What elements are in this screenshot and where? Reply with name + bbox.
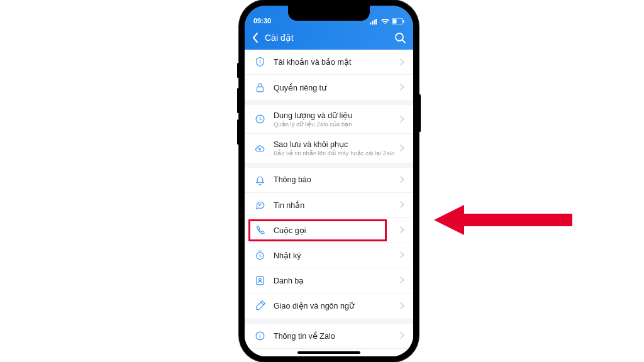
svg-rect-6 bbox=[403, 20, 404, 23]
cloud-icon bbox=[253, 143, 266, 154]
brush-icon bbox=[253, 300, 266, 311]
lock-icon bbox=[253, 82, 266, 93]
phone-side-button bbox=[237, 88, 239, 113]
settings-row[interactable]: Dung lượng và dữ liệuQuản lý dữ liệu Zal… bbox=[245, 105, 413, 134]
clock-icon bbox=[253, 114, 266, 124]
chevron-right-icon bbox=[400, 330, 404, 341]
settings-group: Dung lượng và dữ liệuQuản lý dữ liệu Zal… bbox=[245, 105, 413, 163]
svg-line-8 bbox=[402, 40, 405, 43]
settings-group: Tài khoản và bảo mậtQuyền riêng tư bbox=[245, 50, 413, 100]
chevron-right-icon bbox=[400, 57, 404, 68]
shield-icon bbox=[253, 57, 266, 67]
row-text: Thông báo bbox=[274, 175, 396, 184]
chevron-right-icon bbox=[400, 143, 404, 154]
svg-point-15 bbox=[258, 278, 261, 281]
row-label: Giao diện và ngôn ngữ bbox=[274, 301, 396, 310]
chevron-right-icon bbox=[400, 275, 404, 286]
row-label: Dung lượng và dữ liệu bbox=[274, 111, 396, 120]
settings-row[interactable]: Nhật ký bbox=[245, 243, 413, 268]
phone-frame: 09:30 Cài đặt Tài khoản và bảo mậtQuyền … bbox=[239, 0, 419, 362]
timer-icon bbox=[253, 250, 266, 261]
battery-icon bbox=[392, 18, 404, 25]
signal-icon bbox=[370, 19, 379, 25]
chevron-right-icon bbox=[400, 356, 404, 356]
status-time: 09:30 bbox=[253, 17, 271, 25]
svg-rect-1 bbox=[372, 21, 373, 25]
row-text: Quyền riêng tư bbox=[274, 83, 396, 92]
row-text: Cuộc gọi bbox=[274, 226, 396, 235]
row-label: Tin nhắn bbox=[274, 200, 396, 210]
svg-rect-0 bbox=[370, 23, 371, 25]
row-label: Thông báo bbox=[274, 175, 396, 184]
settings-list: Tài khoản và bảo mậtQuyền riêng tưDung l… bbox=[245, 50, 413, 356]
message-icon bbox=[253, 200, 266, 211]
row-label: Sao lưu và khôi phục bbox=[274, 140, 396, 149]
app-header: Cài đặt bbox=[245, 26, 413, 50]
svg-rect-2 bbox=[374, 20, 375, 25]
settings-group: Thông báoTin nhắnCuộc gọiNhật kýDanh bạG… bbox=[245, 168, 413, 319]
svg-point-7 bbox=[396, 33, 403, 41]
row-label: Cuộc gọi bbox=[274, 226, 396, 235]
settings-row[interactable]: Quyền riêng tư bbox=[245, 75, 413, 100]
svg-rect-9 bbox=[257, 87, 263, 92]
settings-row[interactable]: Danh bạ bbox=[245, 268, 413, 293]
chevron-right-icon bbox=[400, 199, 404, 211]
row-text: Dung lượng và dữ liệuQuản lý dữ liệu Zal… bbox=[274, 111, 396, 128]
info-icon bbox=[253, 331, 266, 341]
row-subtitle: Bảo vệ tin nhắn khi đổi máy hoặc cài lại… bbox=[274, 150, 396, 156]
settings-row[interactable]: Thông tin về Zalo bbox=[245, 324, 413, 349]
chevron-right-icon bbox=[400, 224, 404, 236]
chevron-right-icon bbox=[400, 300, 404, 312]
chevron-right-icon bbox=[400, 250, 404, 261]
phone-side-button bbox=[237, 63, 239, 78]
page-title: Cài đặt bbox=[265, 33, 388, 43]
svg-rect-3 bbox=[375, 19, 377, 25]
settings-row[interactable]: Giao diện và ngôn ngữ bbox=[245, 293, 413, 319]
row-text: Tin nhắn bbox=[274, 200, 396, 210]
phone-notch bbox=[288, 6, 370, 21]
phone-screen: 09:30 Cài đặt Tài khoản và bảo mậtQuyền … bbox=[245, 6, 413, 356]
row-text: Giao diện và ngôn ngữ bbox=[274, 301, 396, 310]
row-label: Thông tin về Zalo bbox=[274, 331, 396, 341]
chevron-right-icon bbox=[400, 174, 404, 185]
contacts-icon bbox=[253, 275, 266, 286]
svg-rect-5 bbox=[393, 19, 397, 24]
wifi-icon bbox=[381, 19, 389, 25]
row-text: Tài khoản và bảo mật bbox=[274, 57, 396, 67]
row-label: Nhật ký bbox=[274, 251, 396, 260]
phone-icon bbox=[253, 225, 266, 236]
row-text: Thông tin về Zalo bbox=[274, 331, 396, 341]
svg-marker-21 bbox=[434, 205, 572, 235]
phone-side-button bbox=[419, 94, 421, 132]
chevron-right-icon bbox=[400, 114, 404, 125]
home-indicator bbox=[297, 351, 360, 354]
settings-row[interactable]: Tài khoản và bảo mật bbox=[245, 50, 413, 75]
svg-point-18 bbox=[259, 334, 260, 334]
bell-icon bbox=[253, 175, 266, 185]
settings-row[interactable]: Thông báo bbox=[245, 168, 413, 193]
chevron-right-icon bbox=[400, 82, 404, 93]
row-label: Danh bạ bbox=[274, 276, 396, 285]
settings-row[interactable]: Tin nhắn bbox=[245, 193, 413, 218]
row-label: Quyền riêng tư bbox=[274, 83, 396, 92]
search-icon[interactable] bbox=[394, 32, 406, 43]
phone-side-button bbox=[237, 119, 239, 145]
help-icon bbox=[253, 356, 266, 356]
annotation-arrow bbox=[434, 202, 572, 238]
settings-row[interactable]: Cuộc gọi bbox=[245, 218, 413, 243]
row-text: Sao lưu và khôi phụcBảo vệ tin nhắn khi … bbox=[274, 140, 396, 156]
row-text: Nhật ký bbox=[274, 251, 396, 260]
row-subtitle: Quản lý dữ liệu Zalo của bạn bbox=[274, 121, 396, 128]
row-text: Danh bạ bbox=[274, 276, 396, 285]
back-icon[interactable] bbox=[252, 33, 258, 43]
row-label: Tài khoản và bảo mật bbox=[274, 57, 396, 67]
settings-row[interactable]: Sao lưu và khôi phụcBảo vệ tin nhắn khi … bbox=[245, 134, 413, 162]
